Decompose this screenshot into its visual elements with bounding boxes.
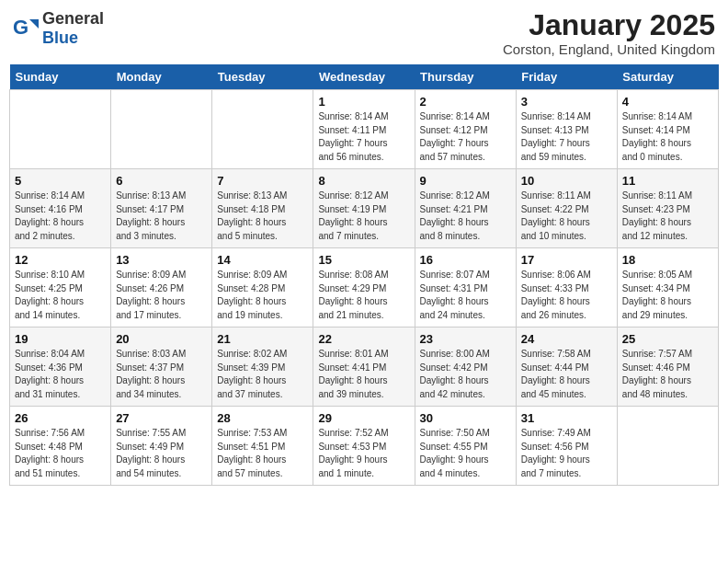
calendar-cell: 23Sunrise: 8:00 AM Sunset: 4:42 PM Dayli… <box>415 327 516 407</box>
day-number: 2 <box>420 95 511 109</box>
calendar-cell <box>617 407 718 486</box>
day-info: Sunrise: 8:14 AM Sunset: 4:14 PM Dayligh… <box>622 110 713 164</box>
day-info: Sunrise: 8:14 AM Sunset: 4:13 PM Dayligh… <box>521 110 612 164</box>
calendar-cell: 5Sunrise: 8:14 AM Sunset: 4:16 PM Daylig… <box>10 169 111 248</box>
calendar-cell: 21Sunrise: 8:02 AM Sunset: 4:39 PM Dayli… <box>212 327 313 407</box>
day-number: 5 <box>15 174 106 188</box>
day-number: 27 <box>116 411 207 425</box>
day-info: Sunrise: 7:58 AM Sunset: 4:44 PM Dayligh… <box>521 348 612 401</box>
day-number: 29 <box>318 411 409 425</box>
day-info: Sunrise: 8:00 AM Sunset: 4:42 PM Dayligh… <box>420 348 511 401</box>
day-number: 3 <box>521 95 612 109</box>
day-number: 10 <box>521 174 612 188</box>
title-block: January 2025 Corston, England, United Ki… <box>503 9 715 57</box>
calendar-cell: 4Sunrise: 8:14 AM Sunset: 4:14 PM Daylig… <box>617 90 718 169</box>
day-info: Sunrise: 8:12 AM Sunset: 4:19 PM Dayligh… <box>318 190 409 243</box>
day-info: Sunrise: 7:57 AM Sunset: 4:46 PM Dayligh… <box>622 348 713 401</box>
day-number: 25 <box>622 332 713 346</box>
calendar-cell: 17Sunrise: 8:06 AM Sunset: 4:33 PM Dayli… <box>516 248 617 327</box>
calendar-cell: 25Sunrise: 7:57 AM Sunset: 4:46 PM Dayli… <box>617 327 718 407</box>
calendar-cell <box>10 90 111 169</box>
calendar-cell: 22Sunrise: 8:01 AM Sunset: 4:41 PM Dayli… <box>313 327 415 407</box>
month-title: January 2025 <box>503 9 715 41</box>
calendar-week-row: 19Sunrise: 8:04 AM Sunset: 4:36 PM Dayli… <box>10 327 719 407</box>
day-number: 13 <box>116 253 207 267</box>
day-number: 8 <box>318 174 409 188</box>
calendar-cell: 7Sunrise: 8:13 AM Sunset: 4:18 PM Daylig… <box>212 169 313 248</box>
weekday-header: Wednesday <box>313 64 415 90</box>
day-number: 1 <box>318 95 409 109</box>
day-number: 17 <box>521 253 612 267</box>
day-info: Sunrise: 8:01 AM Sunset: 4:41 PM Dayligh… <box>318 348 409 401</box>
calendar-cell: 6Sunrise: 8:13 AM Sunset: 4:17 PM Daylig… <box>111 169 212 248</box>
day-number: 11 <box>622 174 713 188</box>
calendar-cell: 16Sunrise: 8:07 AM Sunset: 4:31 PM Dayli… <box>415 248 516 327</box>
calendar-cell: 10Sunrise: 8:11 AM Sunset: 4:22 PM Dayli… <box>516 169 617 248</box>
calendar-cell: 30Sunrise: 7:50 AM Sunset: 4:55 PM Dayli… <box>415 407 516 486</box>
day-info: Sunrise: 8:13 AM Sunset: 4:17 PM Dayligh… <box>116 190 207 243</box>
calendar-cell: 18Sunrise: 8:05 AM Sunset: 4:34 PM Dayli… <box>617 248 718 327</box>
svg-text:G: G <box>13 16 28 39</box>
day-number: 12 <box>15 253 106 267</box>
calendar-week-row: 1Sunrise: 8:14 AM Sunset: 4:11 PM Daylig… <box>10 90 719 169</box>
calendar-week-row: 12Sunrise: 8:10 AM Sunset: 4:25 PM Dayli… <box>10 248 719 327</box>
calendar-cell: 8Sunrise: 8:12 AM Sunset: 4:19 PM Daylig… <box>313 169 415 248</box>
day-number: 6 <box>116 174 207 188</box>
calendar-cell: 3Sunrise: 8:14 AM Sunset: 4:13 PM Daylig… <box>516 90 617 169</box>
day-number: 28 <box>217 411 308 425</box>
day-number: 19 <box>15 332 106 346</box>
day-number: 22 <box>318 332 409 346</box>
day-number: 15 <box>318 253 409 267</box>
calendar-table: SundayMondayTuesdayWednesdayThursdayFrid… <box>9 64 719 486</box>
day-number: 21 <box>217 332 308 346</box>
calendar-cell: 12Sunrise: 8:10 AM Sunset: 4:25 PM Dayli… <box>10 248 111 327</box>
day-info: Sunrise: 8:03 AM Sunset: 4:37 PM Dayligh… <box>116 348 207 401</box>
calendar-cell: 27Sunrise: 7:55 AM Sunset: 4:49 PM Dayli… <box>111 407 212 486</box>
day-info: Sunrise: 8:09 AM Sunset: 4:26 PM Dayligh… <box>116 269 207 322</box>
logo-icon: G <box>13 16 39 41</box>
day-info: Sunrise: 8:14 AM Sunset: 4:11 PM Dayligh… <box>318 110 409 164</box>
calendar-cell: 26Sunrise: 7:56 AM Sunset: 4:48 PM Dayli… <box>10 407 111 486</box>
day-info: Sunrise: 8:13 AM Sunset: 4:18 PM Dayligh… <box>217 190 308 243</box>
day-info: Sunrise: 7:52 AM Sunset: 4:53 PM Dayligh… <box>318 427 409 480</box>
day-number: 18 <box>622 253 713 267</box>
weekday-header-row: SundayMondayTuesdayWednesdayThursdayFrid… <box>10 64 719 90</box>
weekday-header: Sunday <box>10 64 111 90</box>
weekday-header: Tuesday <box>212 64 313 90</box>
svg-marker-1 <box>29 19 39 29</box>
day-number: 7 <box>217 174 308 188</box>
day-number: 20 <box>116 332 207 346</box>
day-number: 24 <box>521 332 612 346</box>
day-info: Sunrise: 7:56 AM Sunset: 4:48 PM Dayligh… <box>15 427 106 480</box>
weekday-header: Saturday <box>617 64 718 90</box>
day-number: 9 <box>420 174 511 188</box>
day-info: Sunrise: 8:02 AM Sunset: 4:39 PM Dayligh… <box>217 348 308 401</box>
day-number: 26 <box>15 411 106 425</box>
logo: G General Blue <box>13 9 104 48</box>
day-info: Sunrise: 7:55 AM Sunset: 4:49 PM Dayligh… <box>116 427 207 480</box>
day-info: Sunrise: 7:49 AM Sunset: 4:56 PM Dayligh… <box>521 427 612 480</box>
day-info: Sunrise: 7:50 AM Sunset: 4:55 PM Dayligh… <box>420 427 511 480</box>
calendar-cell: 28Sunrise: 7:53 AM Sunset: 4:51 PM Dayli… <box>212 407 313 486</box>
weekday-header: Monday <box>111 64 212 90</box>
day-number: 30 <box>420 411 511 425</box>
day-info: Sunrise: 8:10 AM Sunset: 4:25 PM Dayligh… <box>15 269 106 322</box>
calendar-cell: 1Sunrise: 8:14 AM Sunset: 4:11 PM Daylig… <box>313 90 415 169</box>
weekday-header: Friday <box>516 64 617 90</box>
calendar-cell: 24Sunrise: 7:58 AM Sunset: 4:44 PM Dayli… <box>516 327 617 407</box>
day-info: Sunrise: 8:04 AM Sunset: 4:36 PM Dayligh… <box>15 348 106 401</box>
calendar-cell: 29Sunrise: 7:52 AM Sunset: 4:53 PM Dayli… <box>313 407 415 486</box>
day-number: 23 <box>420 332 511 346</box>
calendar-cell: 20Sunrise: 8:03 AM Sunset: 4:37 PM Dayli… <box>111 327 212 407</box>
location: Corston, England, United Kingdom <box>503 41 715 57</box>
day-number: 4 <box>622 95 713 109</box>
calendar-cell: 19Sunrise: 8:04 AM Sunset: 4:36 PM Dayli… <box>10 327 111 407</box>
calendar-cell <box>111 90 212 169</box>
logo-text: General Blue <box>42 9 104 48</box>
calendar-cell: 2Sunrise: 8:14 AM Sunset: 4:12 PM Daylig… <box>415 90 516 169</box>
calendar-cell: 31Sunrise: 7:49 AM Sunset: 4:56 PM Dayli… <box>516 407 617 486</box>
calendar-cell: 14Sunrise: 8:09 AM Sunset: 4:28 PM Dayli… <box>212 248 313 327</box>
day-info: Sunrise: 8:06 AM Sunset: 4:33 PM Dayligh… <box>521 269 612 322</box>
day-info: Sunrise: 8:09 AM Sunset: 4:28 PM Dayligh… <box>217 269 308 322</box>
calendar-cell: 11Sunrise: 8:11 AM Sunset: 4:23 PM Dayli… <box>617 169 718 248</box>
